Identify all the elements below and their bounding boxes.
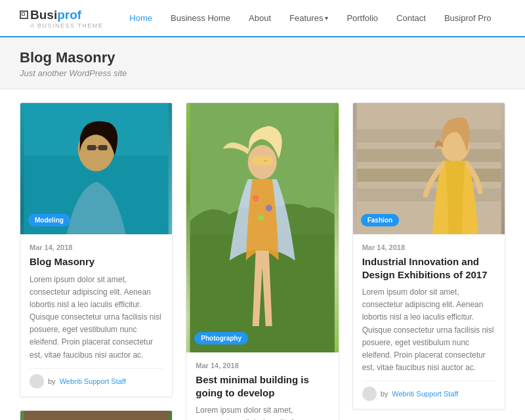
card-fashion: Fashion Mar 14, 2018 Industrial Innovati… bbox=[352, 102, 505, 410]
by-label-3: by bbox=[381, 390, 388, 398]
card-image-2: Photography bbox=[186, 103, 338, 352]
nav-links: Home Business Home About Features ▾ Port… bbox=[129, 13, 491, 23]
card-text-3: Lorem ipsum dolor sit amet, consectetur … bbox=[362, 286, 495, 374]
card-body-2: Mar 14, 2018 Best minimal building is go… bbox=[186, 352, 338, 420]
svg-point-18 bbox=[253, 195, 259, 201]
logo-tagline: A Business Theme bbox=[30, 22, 103, 29]
logo-text: Busiprof bbox=[30, 8, 81, 22]
card-image-1: Modeling bbox=[20, 103, 172, 234]
nav-contact[interactable]: Contact bbox=[396, 13, 426, 23]
svg-point-20 bbox=[259, 215, 264, 220]
svg-rect-3 bbox=[87, 145, 96, 150]
card-title-3[interactable]: Industrial Innovation and Design Exhibit… bbox=[362, 255, 495, 281]
card-title-2[interactable]: Best minimal building is going to develo… bbox=[196, 373, 329, 399]
card-body-1: Mar 14, 2018 Blog Masonry Lorem ipsum do… bbox=[20, 234, 172, 396]
card-date-3: Mar 14, 2018 bbox=[362, 243, 495, 251]
svg-rect-23 bbox=[356, 129, 501, 142]
nav-busiprof-pro[interactable]: Busiprof Pro bbox=[444, 13, 492, 23]
nav-portfolio[interactable]: Portfolio bbox=[346, 13, 378, 23]
chevron-down-icon: ▾ bbox=[325, 14, 328, 22]
page-header: Blog Masonry Just another WordPress site bbox=[0, 37, 525, 89]
nav-home[interactable]: Home bbox=[129, 13, 152, 23]
card-title-1[interactable]: Blog Masonry bbox=[30, 255, 163, 268]
author-avatar-1 bbox=[30, 374, 44, 388]
page-subtitle: Just another WordPress site bbox=[20, 68, 505, 78]
card-image-3: Fashion bbox=[353, 103, 505, 234]
masonry-col-3: Fashion Mar 14, 2018 Industrial Innovati… bbox=[352, 102, 505, 420]
logo-icon bbox=[20, 10, 28, 19]
card-text-1: Lorem ipsum dolor sit amet, consectetur … bbox=[30, 274, 163, 362]
masonry-grid: Modeling Mar 14, 2018 Blog Masonry Lorem… bbox=[0, 89, 525, 420]
site-logo[interactable]: Busiprof A Business Theme bbox=[20, 8, 103, 29]
svg-rect-4 bbox=[98, 145, 108, 150]
nav-features[interactable]: Features ▾ bbox=[289, 13, 328, 23]
masonry-col-1: Modeling Mar 14, 2018 Blog Masonry Lorem… bbox=[20, 102, 173, 420]
page-title: Blog Masonry bbox=[20, 49, 505, 66]
card-author-3: by Webriti Support Staff bbox=[362, 381, 495, 401]
card-text-2: Lorem ipsum dolor sit amet, consectetur … bbox=[196, 404, 329, 420]
navbar: Busiprof A Business Theme Home Business … bbox=[0, 0, 525, 37]
author-link-3[interactable]: Webriti Support Staff bbox=[392, 390, 458, 398]
svg-point-19 bbox=[266, 205, 272, 211]
card-building: Photography Mar 14, 2018 Best minimal bu… bbox=[186, 102, 339, 420]
card-body-3: Mar 14, 2018 Industrial Innovation and D… bbox=[353, 234, 505, 409]
author-avatar-3 bbox=[362, 387, 377, 401]
card-plant bbox=[20, 410, 173, 420]
card-date-1: Mar 14, 2018 bbox=[30, 243, 163, 251]
category-badge-fashion[interactable]: Fashion bbox=[361, 214, 399, 226]
author-link-1[interactable]: Webriti Support Staff bbox=[60, 377, 126, 385]
card-date-2: Mar 14, 2018 bbox=[196, 362, 329, 369]
card-author-1: by Webriti Support Staff bbox=[30, 368, 163, 388]
card-blog-masonry: Modeling Mar 14, 2018 Blog Masonry Lorem… bbox=[20, 102, 173, 397]
nav-business-home[interactable]: Business Home bbox=[171, 13, 230, 23]
category-badge-modeling[interactable]: Modeling bbox=[28, 214, 70, 226]
nav-about[interactable]: About bbox=[249, 13, 271, 23]
svg-rect-24 bbox=[356, 149, 501, 162]
masonry-col-2: Photography Mar 14, 2018 Best minimal bu… bbox=[186, 102, 339, 420]
category-badge-photography[interactable]: Photography bbox=[194, 332, 248, 345]
card-image-plant bbox=[20, 411, 172, 420]
by-label: by bbox=[48, 377, 56, 385]
svg-rect-6 bbox=[24, 411, 169, 420]
